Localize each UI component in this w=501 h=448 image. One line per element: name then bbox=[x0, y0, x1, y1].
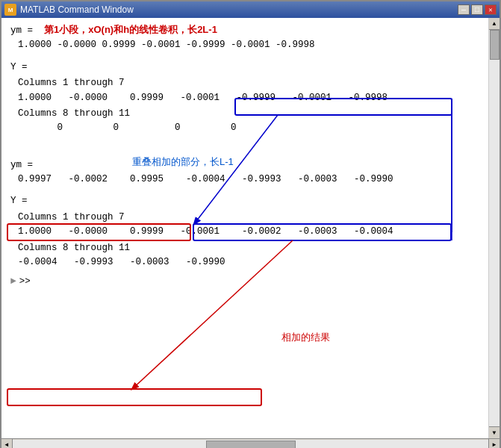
cols2-label: Columns 8 through 11 bbox=[10, 107, 479, 121]
window: M MATLAB Command Window — □ ✕ ym = 第1小段，… bbox=[0, 0, 501, 448]
ym2-values: 0.9997 -0.0002 0.9995 -0.0004 -0.9993 -0… bbox=[10, 172, 479, 187]
cols2-val: 0 0 0 0 bbox=[40, 122, 237, 133]
prompt-arrow: ► bbox=[10, 274, 16, 289]
ym2-right: -0.0004 -0.9993 -0.0003 -0.9990 bbox=[164, 174, 393, 184]
close-button[interactable]: ✕ bbox=[485, 4, 497, 15]
ym2-label: ym = bbox=[10, 158, 479, 172]
scroll-up-button[interactable]: ▲ bbox=[489, 18, 500, 30]
scroll-down-button[interactable]: ▼ bbox=[489, 426, 500, 438]
sum-annotation: 相加的结果 bbox=[281, 330, 330, 345]
titlebar-controls: — □ ✕ bbox=[458, 4, 497, 15]
overlap-annotation: 重叠相加的部分，长L-1 bbox=[132, 155, 234, 169]
maximize-button[interactable]: □ bbox=[471, 4, 483, 15]
matlab-icon: M bbox=[4, 4, 16, 16]
cols3-right: -0.0002 -0.0003 -0.0004 bbox=[220, 226, 393, 237]
cols4-label: Columns 8 through 11 bbox=[10, 241, 479, 255]
content-with-scrollbar: ym = 第1小段，xO(n)和h的线性卷积，长2L-1 1.0000 -0.0… bbox=[1, 18, 500, 438]
scrollbar-track[interactable] bbox=[489, 30, 500, 426]
window-title: MATLAB Command Window bbox=[20, 4, 134, 15]
ym1-values: 1.0000 -0.0000 0.9999 -0.0001 -0.9999 -0… bbox=[10, 38, 479, 52]
hscrollbar-track[interactable] bbox=[13, 440, 488, 449]
scrollbar-thumb-right[interactable] bbox=[490, 30, 500, 60]
bottom-scrollbar[interactable]: ◄ ► bbox=[1, 438, 500, 448]
cols3-values: 1.0000 -0.0000 0.9999 -0.0001 -0.0002 -0… bbox=[10, 225, 479, 239]
scroll-left-button[interactable]: ◄ bbox=[1, 439, 13, 449]
titlebar-left: M MATLAB Command Window bbox=[4, 4, 134, 16]
prompt-symbol: >> bbox=[19, 275, 31, 289]
ym1-line: ym = 第1小段，xO(n)和h的线性卷积，长2L-1 bbox=[10, 22, 479, 38]
cols3-left: 1.0000 -0.0000 0.9999 -0.0001 bbox=[18, 226, 220, 237]
content-area[interactable]: ym = 第1小段，xO(n)和h的线性卷积，长2L-1 1.0000 -0.0… bbox=[1, 18, 488, 438]
scroll-right-button[interactable]: ► bbox=[488, 439, 500, 449]
y1-label: Y = bbox=[10, 60, 479, 75]
titlebar: M MATLAB Command Window — □ ✕ bbox=[1, 1, 500, 18]
ym2-left: 0.9997 -0.0002 0.9995 bbox=[18, 174, 164, 184]
main-area: ym = 第1小段，xO(n)和h的线性卷积，长2L-1 1.0000 -0.0… bbox=[1, 18, 500, 448]
cols1-right: -0.9999 -0.0001 -0.9998 bbox=[220, 93, 388, 103]
cols4-val: -0.0004 -0.9993 -0.0003 -0.9990 bbox=[18, 257, 225, 267]
ym1-label: ym = bbox=[10, 24, 44, 38]
cols1-left: 1.0000 -0.0000 0.9999 -0.0001 bbox=[18, 93, 220, 103]
ym1-annotation: 第1小段，xO(n)和h的线性卷积，长2L-1 bbox=[44, 22, 217, 37]
prompt-line: ► >> bbox=[10, 274, 479, 289]
scrollbar-right[interactable]: ▲ ▼ bbox=[488, 18, 500, 438]
cols1-label: Columns 1 through 7 bbox=[10, 76, 479, 90]
red-box-bottom bbox=[7, 389, 261, 405]
minimize-button[interactable]: — bbox=[458, 4, 470, 15]
hscrollbar-thumb[interactable] bbox=[206, 441, 296, 449]
cols1-values: 1.0000 -0.0000 0.9999 -0.0001 -0.9999 -0… bbox=[10, 91, 479, 105]
cols3-label: Columns 1 through 7 bbox=[10, 211, 479, 225]
cols4-values: -0.0004 -0.9993 -0.0003 -0.9990 bbox=[10, 255, 479, 270]
cols2-values: 0 0 0 0 bbox=[10, 121, 479, 135]
y2-label: Y = bbox=[10, 194, 479, 208]
